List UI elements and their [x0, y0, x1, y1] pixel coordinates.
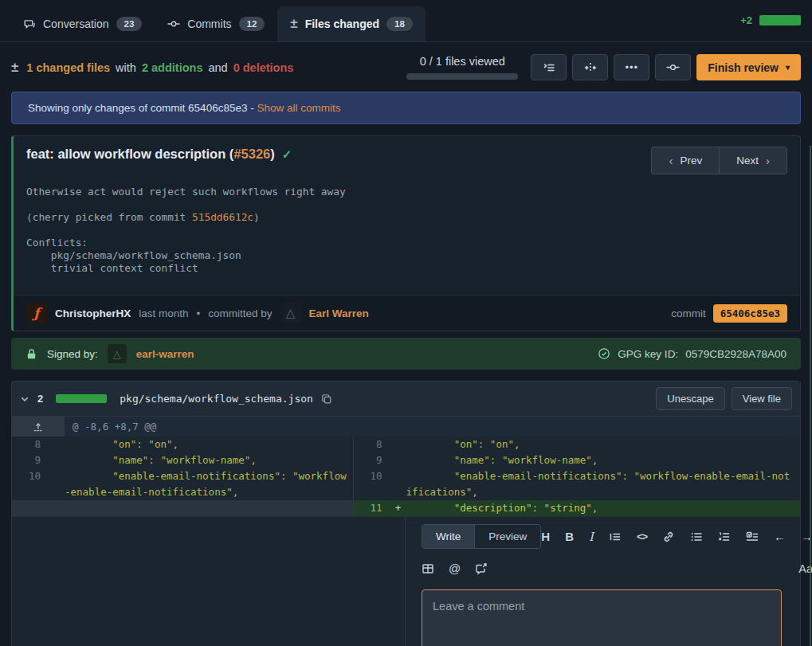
commit-icon — [167, 18, 180, 30]
commit-label: commit — [671, 307, 706, 319]
diff-sign-old — [49, 500, 65, 516]
code-line-new[interactable]: "name": "workflow-name", — [406, 452, 801, 468]
diff-file-box: 2 pkg/schema/workflow_schema.json Unesca… — [11, 381, 801, 646]
commit-message-cherry: (cherry picked from commit 515dd6612c) — [26, 211, 787, 224]
line-number-new[interactable]: 9 — [354, 452, 390, 468]
code-line-old[interactable] — [65, 500, 354, 516]
diff-row: 10 "enable-email-notifications": "workfl… — [12, 468, 800, 500]
italic-icon[interactable]: I — [589, 530, 594, 544]
file-name[interactable]: pkg/schema/workflow_schema.json — [120, 393, 313, 405]
mention-icon[interactable]: @ — [449, 562, 461, 575]
preview-tab[interactable]: Preview — [474, 525, 540, 548]
write-tab[interactable]: Write — [422, 525, 474, 548]
prev-next-group: ‹ Prev Next › — [651, 147, 787, 174]
prev-commit-button[interactable]: ‹ Prev — [651, 147, 719, 174]
additions-text: 2 additions — [142, 61, 203, 74]
code-line-old[interactable]: "enable-email-notifications": "workflow-… — [65, 468, 354, 500]
reference-icon[interactable] — [475, 562, 488, 575]
issue-link[interactable]: #5326 — [233, 147, 270, 161]
commit-icon — [666, 61, 680, 74]
insert-tools: @ — [422, 562, 488, 575]
editor-toolbar-row-2: @ Aa — [422, 562, 812, 575]
committer-name[interactable]: Earl Warren — [309, 307, 369, 319]
committer-avatar[interactable]: △ — [280, 303, 301, 323]
tab-files-changed[interactable]: ± Files changed 18 — [277, 6, 426, 41]
committed-by-text: committed by — [208, 307, 272, 319]
diffstat-bar — [759, 15, 801, 25]
diff-row: 8 "on": "on",8 "on": "on", — [12, 437, 800, 452]
collapse-file-icon[interactable] — [20, 394, 29, 404]
code-icon[interactable]: <> — [637, 531, 647, 542]
author-avatar[interactable]: ƒ — [26, 303, 47, 323]
signer-name[interactable]: earl-warren — [136, 348, 194, 360]
table-icon[interactable] — [422, 562, 434, 575]
line-number-old[interactable] — [12, 500, 49, 516]
file-additions-count: 2 — [37, 393, 43, 405]
finish-review-button[interactable]: Finish review ▾ — [696, 54, 801, 80]
line-number-old[interactable]: 10 — [12, 468, 49, 500]
code-line-old[interactable]: "on": "on", — [65, 437, 354, 452]
author-name[interactable]: ChristopherHX — [55, 307, 131, 319]
changed-summary: ± 1 changed files with 2 additions and 0… — [11, 60, 293, 76]
with-text: with — [116, 61, 136, 74]
comment-textarea[interactable] — [422, 589, 782, 646]
line-number-new[interactable]: 11 — [354, 500, 390, 516]
commit-sha-group: commit 65406c85e3 — [671, 304, 787, 323]
and-text: and — [208, 61, 227, 74]
view-file-button[interactable]: View file — [732, 387, 792, 410]
commit-sha-badge[interactable]: 65406c85e3 — [713, 304, 787, 323]
signature-bar: Signed by: △ earl-warren GPG key ID: 057… — [11, 338, 801, 370]
code-line-new[interactable]: "enable-email-notifications": "workflow-… — [406, 468, 801, 500]
line-number-new[interactable]: 10 — [354, 468, 390, 500]
task-list-icon[interactable] — [746, 531, 759, 543]
commit-title: feat: allow workflow description (#5326)… — [26, 147, 292, 162]
tab-conversation[interactable]: Conversation 23 — [11, 6, 155, 41]
diffstat-summary: +2 — [740, 6, 801, 41]
next-label: Next — [736, 155, 759, 166]
signed-by-group: Signed by: △ earl-warren — [25, 344, 194, 363]
diff-icon: ± — [290, 16, 297, 32]
diff-sign-old — [49, 452, 65, 468]
link-icon[interactable] — [662, 531, 675, 543]
conversation-icon — [24, 18, 36, 30]
line-number-old[interactable]: 9 — [12, 452, 49, 468]
diff-sign-new — [390, 468, 406, 500]
gpg-key-label: GPG key ID: — [618, 348, 678, 360]
show-all-commits-link[interactable]: Show all commits — [257, 102, 340, 114]
unescape-button[interactable]: Unescape — [656, 387, 725, 410]
file-diffstat-bar — [56, 394, 107, 403]
signer-avatar[interactable]: △ — [108, 344, 127, 363]
code-line-old[interactable]: "name": "workflow-name", — [65, 452, 354, 468]
cherry-pick-hash-link[interactable]: 515dd6612c — [192, 211, 253, 223]
heading-icon[interactable]: H — [541, 530, 550, 543]
signed-by-label: Signed by: — [47, 348, 98, 360]
code-line-new[interactable]: "description": "string", — [406, 500, 801, 516]
split-view-toggle-button[interactable] — [572, 54, 608, 80]
copy-path-icon[interactable] — [321, 393, 332, 405]
tab-commits[interactable]: Commits 12 — [155, 6, 277, 41]
ci-success-icon[interactable]: ✓ — [282, 147, 292, 162]
arrow-left-icon[interactable]: ← — [774, 530, 786, 543]
commit-author-row: ƒ ChristopherHX last month • committed b… — [14, 295, 800, 331]
bullet-list-icon[interactable] — [690, 531, 703, 543]
next-commit-button[interactable]: Next › — [719, 147, 787, 174]
tab-commits-count: 12 — [239, 17, 265, 31]
commits-dropdown-button[interactable] — [655, 54, 691, 80]
quote-icon[interactable] — [609, 531, 622, 543]
expand-hunk-up-button[interactable] — [12, 417, 65, 437]
tab-commits-label: Commits — [187, 18, 231, 30]
scrollbar-diff-indicator — [810, 146, 811, 646]
inline-comment-row: Write Preview H B I <> — [12, 516, 800, 646]
line-number-old[interactable]: 8 — [12, 437, 49, 452]
file-tree-toggle-button[interactable] — [531, 54, 567, 80]
files-viewed-text: 0 / 1 files viewed — [420, 55, 505, 68]
line-number-new[interactable]: 8 — [354, 437, 390, 452]
bold-icon[interactable]: B — [565, 530, 574, 543]
code-line-new[interactable]: "on": "on", — [406, 437, 801, 452]
commit-time: last month — [139, 307, 188, 319]
more-options-button[interactable]: ••• — [614, 54, 649, 80]
pr-tab-bar: Conversation 23 Commits 12 ± Files chang… — [0, 0, 812, 42]
numbered-list-icon[interactable] — [718, 531, 731, 543]
diff-sign-old — [49, 468, 65, 500]
finish-review-label: Finish review — [708, 61, 779, 74]
